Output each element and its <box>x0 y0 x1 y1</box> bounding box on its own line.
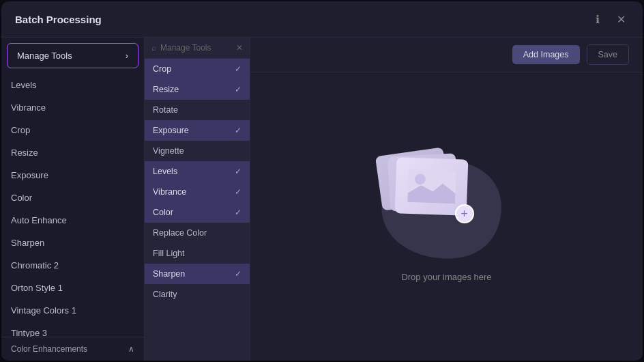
sidebar-item-label: Color <box>11 193 32 203</box>
manage-tools-arrow-icon: › <box>126 51 128 61</box>
sidebar-item-label: Auto Enhance <box>11 215 67 225</box>
save-button[interactable]: Save <box>587 44 630 65</box>
sidebar-items-list: Levels✕Vibrance✕Crop✕Resize✕Exposure✕Col… <box>1 74 144 337</box>
sidebar-item-sharpen[interactable]: Sharpen✕ <box>1 232 144 254</box>
sidebar: Manage Tools › Levels✕Vibrance✕Crop✕Resi… <box>1 38 145 361</box>
dropdown-item-rotate[interactable]: Rotate <box>145 100 250 120</box>
check-icon: ✓ <box>235 126 241 135</box>
close-button[interactable]: ✕ <box>613 11 629 27</box>
dropdown-item-levels[interactable]: Levels✓ <box>145 161 250 182</box>
dropdown-item-sharpen[interactable]: Sharpen✓ <box>145 264 250 284</box>
sidebar-footer[interactable]: Color Enhancements ∧ <box>1 337 144 361</box>
main-content: Add Images Save <box>250 38 643 361</box>
dropdown-item-label: Color <box>153 208 173 217</box>
image-card-front <box>394 157 468 216</box>
dropdown-item-clarity[interactable]: Clarity <box>145 284 250 305</box>
sidebar-item-tintype-3[interactable]: Tintype 3✕ <box>1 322 144 337</box>
dropdown-panel: ⌕ ✕ Crop✓Resize✓RotateExposure✓VignetteL… <box>145 38 250 361</box>
sidebar-item-label: Orton Style 1 <box>11 283 63 293</box>
sidebar-footer-label: Color Enhancements <box>11 344 87 354</box>
check-icon: ✓ <box>235 208 241 217</box>
manage-tools-label: Manage Tools <box>17 51 72 61</box>
sidebar-item-orton-style-1[interactable]: Orton Style 1✕ <box>1 277 144 299</box>
sidebar-item-crop[interactable]: Crop✕ <box>1 119 144 141</box>
sidebar-item-label: Chromatic 2 <box>11 260 59 270</box>
sidebar-item-color[interactable]: Color✕ <box>1 186 144 209</box>
sidebar-item-label: Vintage Colors 1 <box>11 305 76 316</box>
sidebar-item-label: Exposure <box>11 170 48 180</box>
dropdown-item-label: Vibrance <box>153 187 186 197</box>
drop-zone[interactable]: + Drop your images here <box>250 72 643 361</box>
dropdown-item-label: Crop <box>153 64 171 74</box>
sidebar-item-label: Tintype 3 <box>11 328 47 337</box>
sidebar-item-chromatic2[interactable]: Chromatic 2✕ <box>1 254 144 277</box>
dropdown-item-resize[interactable]: Resize✓ <box>145 79 250 100</box>
dropdown-item-color[interactable]: Color✓ <box>145 202 250 223</box>
modal-body: Manage Tools › Levels✕Vibrance✕Crop✕Resi… <box>1 38 643 361</box>
check-icon: ✓ <box>235 269 241 279</box>
dropdown-item-label: Vignette <box>153 146 184 156</box>
dropdown-item-fill-light[interactable]: Fill Light <box>145 243 250 264</box>
dropdown-item-label: Levels <box>153 167 177 176</box>
dropdown-item-label: Sharpen <box>153 269 185 279</box>
dropdown-item-label: Clarity <box>153 290 177 299</box>
image-stack: + <box>379 152 474 227</box>
drop-zone-text: Drop your images here <box>401 272 491 282</box>
sidebar-item-levels[interactable]: Levels✕ <box>1 74 144 96</box>
sidebar-item-vintage-colors-1[interactable]: Vintage Colors 1✕ <box>1 299 144 322</box>
dropdown-items-list: Crop✓Resize✓RotateExposure✓VignetteLevel… <box>145 59 250 361</box>
search-icon: ⌕ <box>151 43 156 53</box>
manage-tools-button[interactable]: Manage Tools › <box>7 43 138 68</box>
check-icon: ✓ <box>235 187 241 197</box>
close-icon: ✕ <box>617 13 626 26</box>
dropdown-item-label: Rotate <box>153 105 178 115</box>
manage-tools-search-input[interactable] <box>160 43 232 53</box>
search-clear-icon[interactable]: ✕ <box>236 43 243 53</box>
modal-header: Batch Processing ℹ ✕ <box>1 1 643 38</box>
sidebar-item-label: Resize <box>11 148 38 158</box>
plus-icon: + <box>460 208 468 220</box>
drop-illustration: + <box>379 152 515 261</box>
check-icon: ✓ <box>235 85 241 94</box>
dropdown-item-label: Exposure <box>153 126 189 135</box>
sidebar-item-exposure[interactable]: Exposure✕ <box>1 164 144 186</box>
check-icon: ✓ <box>235 64 241 74</box>
dropdown-item-vignette[interactable]: Vignette <box>145 141 250 161</box>
sidebar-footer-collapse-icon: ∧ <box>128 344 134 354</box>
add-images-button[interactable]: Add Images <box>512 45 580 64</box>
dropdown-item-label: Fill Light <box>153 249 185 258</box>
info-icon: ℹ <box>596 13 600 26</box>
modal-header-icons: ℹ ✕ <box>589 11 629 27</box>
dropdown-item-label: Replace Color <box>153 228 207 238</box>
info-button[interactable]: ℹ <box>589 11 606 27</box>
sidebar-item-label: Sharpen <box>11 238 44 248</box>
sidebar-item-label: Levels <box>11 80 37 90</box>
modal-title: Batch Processing <box>15 14 102 25</box>
dropdown-item-vibrance[interactable]: Vibrance✓ <box>145 182 250 202</box>
sidebar-item-label: Vibrance <box>11 102 46 113</box>
dropdown-item-replace-color[interactable]: Replace Color <box>145 223 250 243</box>
dropdown-item-exposure[interactable]: Exposure✓ <box>145 120 250 141</box>
sidebar-item-label: Crop <box>11 125 30 135</box>
batch-processing-modal: Batch Processing ℹ ✕ Manage Tools › <box>1 1 643 361</box>
main-toolbar: Add Images Save <box>250 38 643 72</box>
sidebar-item-vibrance[interactable]: Vibrance✕ <box>1 96 144 119</box>
modal-overlay: Batch Processing ℹ ✕ Manage Tools › <box>0 0 644 362</box>
dropdown-search-bar: ⌕ ✕ <box>145 38 250 59</box>
check-icon: ✓ <box>235 167 241 176</box>
dropdown-item-crop[interactable]: Crop✓ <box>145 59 250 79</box>
dropdown-item-label: Resize <box>153 85 179 94</box>
sidebar-item-auto-enhance[interactable]: Auto Enhance✕ <box>1 209 144 232</box>
sidebar-item-resize[interactable]: Resize✕ <box>1 141 144 164</box>
add-images-circle-icon: + <box>455 204 474 223</box>
